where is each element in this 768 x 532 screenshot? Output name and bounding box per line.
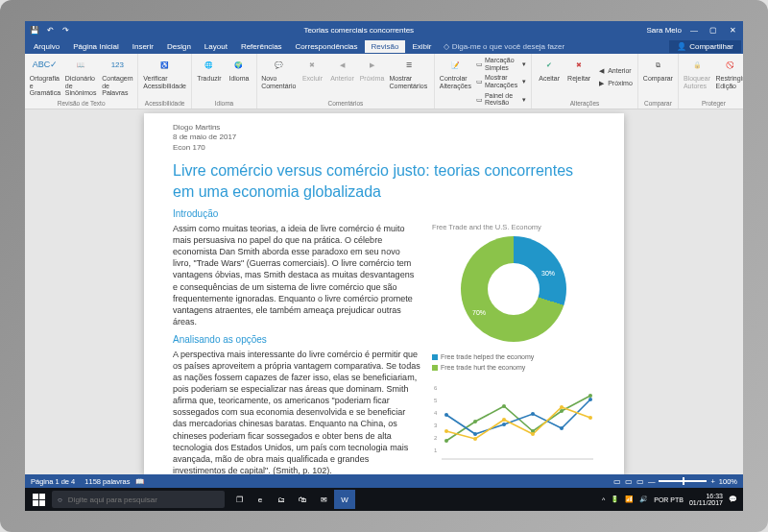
- tab-exibir[interactable]: Exibir: [405, 40, 438, 53]
- abc-check-icon: ABC✓: [36, 57, 54, 74]
- edge-icon[interactable]: e: [250, 490, 271, 509]
- tell-me-input[interactable]: ◇ Diga-me o que você deseja fazer: [438, 42, 669, 51]
- view-read-icon[interactable]: ▭: [613, 477, 621, 486]
- restrict-icon: 🚫: [721, 57, 738, 74]
- line-chart: 65 43 21: [432, 378, 595, 465]
- clock[interactable]: 16:3301/11/2017: [689, 493, 723, 507]
- close-button[interactable]: ✕: [726, 26, 739, 35]
- zoom-out-button[interactable]: —: [648, 477, 656, 486]
- language-button[interactable]: 🌍Idioma: [226, 56, 252, 99]
- store-icon[interactable]: 🛍: [292, 490, 313, 509]
- paragraph-1: Assim como muitas teorias, a ideia de li…: [173, 223, 420, 327]
- group-accessibility: ♿Verificar Acessibilidade Acessibilidade: [138, 54, 192, 109]
- user-name[interactable]: Sara Melo: [647, 26, 682, 35]
- redo-icon[interactable]: ↷: [60, 24, 71, 36]
- legend-swatch-icon: [432, 365, 438, 371]
- volume-icon[interactable]: 🔊: [639, 496, 648, 503]
- heading-options: Analisando as opções: [173, 333, 420, 347]
- show-markup-dropdown[interactable]: ▭Mostrar Marcações ▾: [475, 73, 527, 89]
- group-label: Proteger: [683, 99, 743, 107]
- donut-legend: Free trade helped the economy Free trade…: [432, 351, 595, 373]
- tab-correspondencias[interactable]: Correspondências: [289, 40, 365, 53]
- svg-rect-25: [33, 494, 38, 499]
- document-area[interactable]: Diogo Martins 8 de maio de 2017 Econ 170…: [25, 109, 743, 474]
- word-icon[interactable]: W: [334, 490, 355, 509]
- explorer-icon[interactable]: 🗂: [271, 490, 292, 509]
- word-count[interactable]: 1158 palavras: [84, 477, 130, 486]
- tab-arquivo[interactable]: Arquivo: [27, 40, 66, 53]
- accessibility-button[interactable]: ♿Verificar Acessibilidade: [142, 56, 187, 99]
- book-icon: 📖: [73, 57, 90, 74]
- undo-icon[interactable]: ↶: [44, 24, 56, 36]
- thesaurus-button[interactable]: 📖Dicionário de Sinônimos: [64, 56, 99, 99]
- new-comment-button[interactable]: 💬Novo Comentário: [261, 56, 296, 99]
- group-label: Alterações: [536, 99, 634, 107]
- group-comments: 💬Novo Comentário ✖Excluir ◀Anterior ▶Pró…: [257, 54, 435, 109]
- word-count-button[interactable]: 123Contagem de Palavras: [101, 56, 133, 99]
- task-view-icon[interactable]: ❐: [228, 490, 250, 509]
- tab-revisao[interactable]: Revisão: [365, 40, 406, 53]
- markup-dropdown[interactable]: ▭Marcação Simples ▾: [475, 56, 527, 72]
- translate-button[interactable]: 🌐Traduzir: [196, 56, 223, 99]
- taskbar-search[interactable]: ○: [52, 491, 225, 508]
- prev-change-button[interactable]: ◀Anterior: [595, 65, 634, 77]
- prev-icon: ◀: [333, 57, 350, 74]
- taskbar: ○ ❐ e 🗂 🛍 ✉ W ^ 🔋 📶 🔊 POR PTB 16:3301/11…: [25, 488, 743, 511]
- svg-point-24: [588, 416, 592, 420]
- page-indicator[interactable]: Página 1 de 4: [31, 477, 75, 486]
- start-button[interactable]: [29, 490, 48, 509]
- minimize-button[interactable]: —: [687, 26, 701, 35]
- next-change-button[interactable]: ▶Próximo: [595, 78, 634, 89]
- ribbon: ABC✓Ortografia e Gramática 📖Dicionário d…: [25, 54, 743, 109]
- tab-pagina-inicial[interactable]: Página Inicial: [66, 40, 126, 53]
- view-print-icon[interactable]: ▭: [625, 477, 633, 486]
- search-input[interactable]: [68, 496, 219, 504]
- mail-icon[interactable]: ✉: [313, 490, 334, 509]
- notifications-icon[interactable]: 💬: [729, 496, 737, 503]
- spell-status-icon[interactable]: 📖: [135, 477, 144, 486]
- legend-item: Free trade helped the economy: [441, 353, 534, 360]
- svg-point-17: [560, 426, 564, 430]
- track-changes-button[interactable]: 📝Controlar Alterações: [439, 56, 472, 108]
- spelling-button[interactable]: ABC✓Ortografia e Gramática: [29, 56, 61, 99]
- block-authors-button: 🔒Bloquear Autores: [683, 56, 712, 99]
- reject-button[interactable]: ✖Rejeitar: [565, 56, 592, 99]
- zoom-in-button[interactable]: +: [710, 477, 714, 486]
- tab-inserir[interactable]: Inserir: [126, 40, 160, 53]
- page[interactable]: Diogo Martins 8 de maio de 2017 Econ 170…: [144, 113, 624, 474]
- tray-up-icon[interactable]: ^: [602, 496, 605, 503]
- svg-rect-26: [39, 494, 45, 499]
- show-comments-button[interactable]: ☰Mostrar Comentários: [388, 56, 429, 99]
- share-button[interactable]: 👤 Compartilhar: [669, 40, 741, 53]
- group-label: Revisão de Texto: [29, 99, 133, 107]
- svg-rect-28: [39, 500, 45, 506]
- donut-label-70: 70%: [472, 308, 486, 317]
- tab-layout[interactable]: Layout: [198, 40, 234, 53]
- tab-referencias[interactable]: Referências: [234, 40, 289, 53]
- doc-icon: ▭: [476, 60, 483, 69]
- accept-button[interactable]: ✔Aceitar: [536, 56, 563, 99]
- lang-indicator[interactable]: POR PTB: [654, 496, 684, 503]
- svg-text:4: 4: [434, 410, 438, 416]
- review-panel-dropdown[interactable]: ▭Painel de Revisão ▾: [475, 91, 527, 108]
- view-web-icon[interactable]: ▭: [636, 477, 644, 486]
- svg-point-8: [473, 420, 477, 423]
- maximize-button[interactable]: ▢: [707, 26, 720, 35]
- cortana-icon: ○: [58, 496, 62, 504]
- compare-button[interactable]: ⧉Comparar: [642, 56, 674, 99]
- zoom-slider[interactable]: [659, 480, 707, 482]
- restrict-edit-button[interactable]: 🚫Restringir Edição: [715, 56, 743, 99]
- svg-point-7: [444, 439, 448, 443]
- wifi-icon[interactable]: 📶: [625, 496, 634, 503]
- line-series-b: [446, 399, 590, 434]
- screen: 💾 ↶ ↷ Teorias comerciais concorrentes Sa…: [25, 21, 743, 511]
- share-label: Compartilhar: [689, 42, 733, 51]
- windows-icon: [33, 494, 45, 506]
- system-tray: ^ 🔋 📶 🔊 POR PTB 16:3301/11/2017 💬: [602, 493, 739, 507]
- tab-design[interactable]: Design: [160, 40, 198, 53]
- zoom-level[interactable]: 100%: [719, 477, 737, 486]
- chart-column: Free Trade and the U.S. Economy 30% 70% …: [432, 223, 595, 474]
- battery-icon[interactable]: 🔋: [611, 496, 619, 503]
- tablet-bezel: 💾 ↶ ↷ Teorias comerciais concorrentes Sa…: [0, 0, 768, 532]
- save-icon[interactable]: 💾: [29, 24, 40, 36]
